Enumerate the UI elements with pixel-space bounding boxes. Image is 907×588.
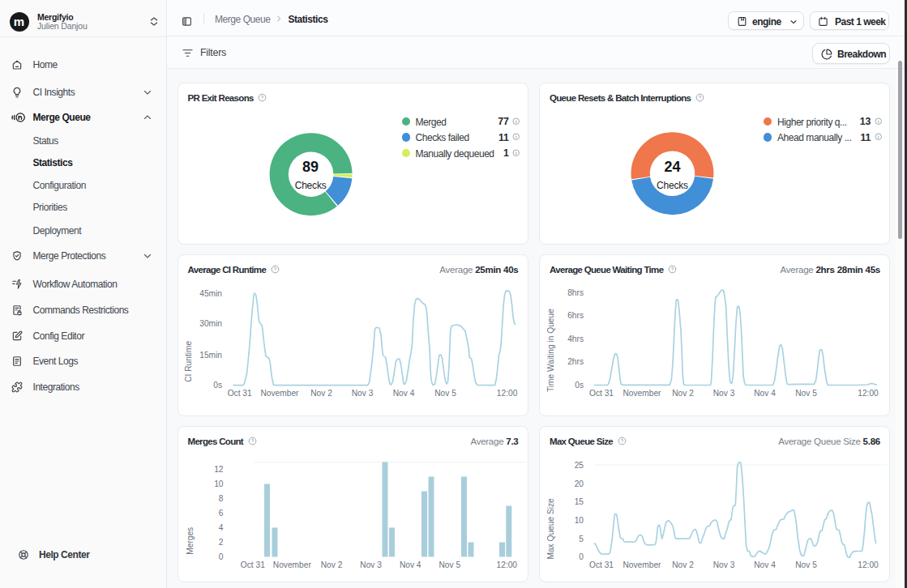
svg-text:0: 0 — [579, 552, 584, 561]
svg-text:30min: 30min — [199, 319, 222, 328]
svg-text:6: 6 — [218, 509, 223, 518]
svg-text:Nov 4: Nov 4 — [399, 560, 421, 569]
svg-text:Max Queue Size: Max Queue Size — [547, 497, 556, 559]
svg-text:Merges: Merges — [186, 526, 195, 554]
svg-text:Nov 5: Nov 5 — [795, 389, 817, 398]
svg-text:12: 12 — [214, 465, 224, 474]
svg-text:0: 0 — [218, 552, 223, 561]
svg-text:Oct 31: Oct 31 — [589, 560, 614, 569]
svg-text:12:00: 12:00 — [496, 560, 517, 569]
svg-text:Nov 2: Nov 2 — [672, 389, 694, 398]
svg-text:Nov 4: Nov 4 — [754, 560, 776, 569]
svg-text:November: November — [623, 389, 662, 398]
svg-text:Nov 2: Nov 2 — [672, 560, 694, 569]
svg-text:12:00: 12:00 — [858, 389, 879, 398]
svg-text:Nov 5: Nov 5 — [439, 560, 460, 569]
svg-text:10: 10 — [214, 479, 224, 488]
svg-text:0s: 0s — [213, 381, 222, 390]
svg-text:5: 5 — [579, 534, 584, 543]
svg-text:2hrs: 2hrs — [567, 357, 584, 366]
svg-text:8: 8 — [218, 494, 223, 503]
svg-text:Time Waiting in Queue: Time Waiting in Queue — [547, 308, 556, 391]
svg-text:Nov 3: Nov 3 — [713, 560, 735, 569]
svg-text:Nov 2: Nov 2 — [320, 560, 342, 569]
svg-text:15: 15 — [575, 497, 584, 506]
svg-text:0s: 0s — [575, 381, 584, 390]
svg-text:Oct 31: Oct 31 — [240, 560, 264, 569]
svg-text:20: 20 — [575, 479, 584, 488]
svg-text:2: 2 — [218, 538, 223, 547]
svg-text:November: November — [260, 389, 299, 398]
svg-text:25: 25 — [575, 460, 584, 469]
svg-text:Nov 4: Nov 4 — [392, 389, 414, 398]
svg-text:Nov 5: Nov 5 — [434, 389, 456, 398]
svg-text:6hrs: 6hrs — [567, 311, 584, 320]
svg-text:12:00: 12:00 — [496, 389, 517, 398]
svg-text:10: 10 — [575, 515, 584, 524]
svg-text:45min: 45min — [199, 288, 222, 297]
svg-text:Nov 3: Nov 3 — [713, 389, 735, 398]
svg-text:November: November — [272, 560, 311, 569]
svg-text:Nov 2: Nov 2 — [310, 389, 332, 398]
svg-text:November: November — [623, 560, 662, 569]
svg-text:Oct 31: Oct 31 — [589, 389, 614, 398]
svg-text:4: 4 — [218, 523, 223, 532]
svg-text:Nov 3: Nov 3 — [351, 389, 373, 398]
svg-text:CI Runtime: CI Runtime — [184, 340, 193, 381]
svg-text:Oct 31: Oct 31 — [227, 389, 251, 398]
svg-text:8hrs: 8hrs — [567, 288, 584, 296]
svg-text:15min: 15min — [199, 351, 222, 360]
svg-text:Nov 4: Nov 4 — [754, 389, 776, 398]
svg-text:4hrs: 4hrs — [567, 334, 584, 343]
svg-text:Nov 5: Nov 5 — [795, 560, 817, 569]
svg-text:Nov 3: Nov 3 — [360, 560, 382, 569]
svg-text:12:00: 12:00 — [858, 560, 879, 569]
